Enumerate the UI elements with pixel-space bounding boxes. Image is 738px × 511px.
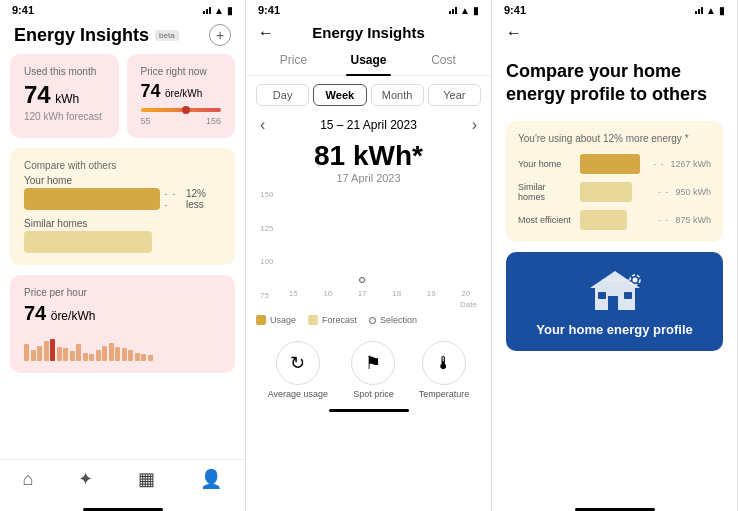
tab-price[interactable]: Price [256,45,331,75]
y-label-125: 125 [260,224,274,233]
c-row-home-dots: - - [653,159,665,169]
back-button-2[interactable]: ← [258,24,274,42]
price-now-card: Price right now 74 öre/kWh 55 156 [127,54,236,138]
mini-bar [83,353,88,361]
p2-title: Energy Insights [312,24,425,41]
qa-average-label: Average usage [268,389,328,399]
svg-point-6 [632,277,637,282]
nav-sparkle-icon[interactable]: ✦ [78,468,93,490]
add-button[interactable]: + [209,24,231,46]
c-row-similar-val: 950 kWh [675,187,711,197]
time-3: 9:41 [504,4,526,16]
price-unit: öre/kWh [165,88,202,99]
legend-forecast-label: Forecast [322,315,357,325]
qa-spot-price[interactable]: ⚑ Spot price [351,341,395,399]
home-dots: - - - [164,188,182,210]
tab-cost[interactable]: Cost [406,45,481,75]
c-row-similar: Similar homes - - 950 kWh [518,182,711,202]
qa-temperature[interactable]: 🌡 Temperature [419,341,470,399]
p3-title: Compare your home energy profile to othe… [506,60,723,107]
home-bar [24,188,160,210]
wifi-icon: ▲ [214,5,224,16]
c-row-home-bar-wrap [580,154,647,174]
c-row-similar-bar [580,182,632,202]
price-label: Price right now [141,66,222,77]
next-date-button[interactable]: › [472,116,477,134]
p2-header: ← Energy Insights [246,18,491,45]
page-title: Energy Insights [14,25,149,46]
filter-month[interactable]: Month [371,84,424,106]
price-hour-label: Price per hour [24,287,221,298]
c-row-efficient-dots: - - [658,215,670,225]
used-value: 74 [24,81,51,108]
qa-spot-label: Spot price [353,389,394,399]
bar-label-16: 16 [323,289,332,298]
compare-rows-3: Your home - - 1267 kWh Similar homes - -… [518,154,711,230]
compare-card: Compare with others Your home - - - 12% … [10,148,235,265]
status-bar-3: 9:41 ▲ ▮ [492,0,737,18]
bar-18: 18 [382,287,413,298]
price-hour-value: 74 [24,302,46,324]
active-dot [359,277,365,283]
price-value: 74 [141,81,161,101]
filter-day[interactable]: Day [256,84,309,106]
mini-bar [76,344,81,361]
price-hour-card: Price per hour 74 öre/kWh [10,275,235,373]
bar-20: 20 [451,287,482,298]
compare-card-3: You're using about 12% more energy * You… [506,121,723,242]
back-button-3[interactable]: ← [506,24,522,42]
c-row-efficient: Most efficient - - 875 kWh [518,210,711,230]
c-row-efficient-val: 875 kWh [675,215,711,225]
panel-2: 9:41 ▲ ▮ ← Energy Insights Price Usage C… [246,0,492,511]
mini-bar [89,354,94,361]
nav-person-icon[interactable]: 👤 [200,468,222,490]
time-2: 9:41 [258,4,280,16]
y-label-100: 100 [260,257,274,266]
wifi-icon-2: ▲ [460,5,470,16]
c-row-efficient-bar [580,210,627,230]
compare-note: You're using about 12% more energy * [518,133,711,144]
slider-dot [182,106,190,114]
status-icons-3: ▲ ▮ [695,5,725,16]
nav-chart-icon[interactable]: ▦ [138,468,155,490]
p3-content: Compare your home energy profile to othe… [492,50,737,504]
spot-price-icon: ⚑ [351,341,395,385]
price-hour-unit: öre/kWh [51,309,96,323]
time-1: 9:41 [12,4,34,16]
used-sub: 120 kWh forecast [24,111,105,122]
date-range-label: 15 – 21 April 2023 [320,118,417,132]
mini-bar [44,341,49,361]
slider-min: 55 [141,116,151,126]
bar-label-18: 18 [392,289,401,298]
usage-date-label: 17 April 2023 [246,172,491,184]
qa-average-usage[interactable]: ↻ Average usage [268,341,328,399]
battery-icon-3: ▮ [719,5,725,16]
slider-track [141,108,222,112]
legend-usage-sq [256,315,266,325]
house-icon [580,266,650,316]
filter-year[interactable]: Year [428,84,481,106]
tab-usage[interactable]: Usage [331,45,406,75]
filter-week[interactable]: Week [313,84,366,106]
mini-bar-active [50,339,55,361]
signal-icon-2 [449,6,457,14]
mini-bar [24,344,29,361]
date-nav: ‹ 15 – 21 April 2023 › [246,110,491,136]
bar-19: 19 [416,287,447,298]
usage-big-value: 81 kWh* [246,140,491,172]
used-label: Used this month [24,66,105,77]
similar-row: Similar homes [24,218,221,253]
battery-icon: ▮ [227,5,233,16]
temperature-icon: 🌡 [422,341,466,385]
c-row-similar-label: Similar homes [518,182,574,202]
c-row-home-val: 1267 kWh [670,159,711,169]
usage-highlight: 81 kWh* 17 April 2023 [246,136,491,190]
used-value-wrap: 74 kWh [24,81,105,109]
time-filter: Day Week Month Year [246,76,491,110]
nav-home-icon[interactable]: ⌂ [23,469,34,490]
prev-date-button[interactable]: ‹ [260,116,265,134]
legend-selection: Selection [369,315,417,325]
p3-header: ← [492,18,737,50]
legend-forecast-sq [308,315,318,325]
legend-selection-dot [369,317,376,324]
